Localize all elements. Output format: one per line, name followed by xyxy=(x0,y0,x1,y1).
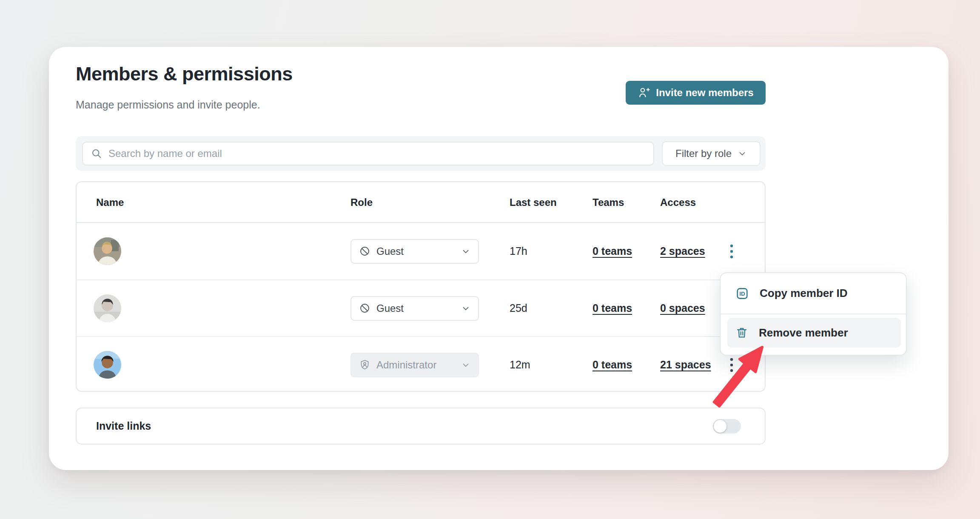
remove-member-menu-item[interactable]: Remove member xyxy=(727,318,901,348)
role-cell: Guest xyxy=(350,223,479,279)
filter-button-label: Filter by role xyxy=(675,148,732,160)
column-header-last-seen: Last seen xyxy=(510,182,557,223)
role-cell: Guest xyxy=(350,280,479,336)
invite-button-label: Invite new members xyxy=(656,87,753,99)
invite-links-section: Invite links xyxy=(76,408,766,445)
kebab-menu-icon xyxy=(729,243,734,260)
access-link[interactable]: 2 spaces xyxy=(660,245,705,257)
teams-link[interactable]: 0 teams xyxy=(593,245,632,257)
access-link[interactable]: 0 spaces xyxy=(660,302,705,314)
toolbar: Filter by role xyxy=(76,136,766,171)
teams-link[interactable]: 0 teams xyxy=(593,359,632,371)
row-menu-button[interactable] xyxy=(722,223,741,279)
role-dropdown[interactable]: Guest xyxy=(350,239,479,264)
trash-icon xyxy=(735,326,749,339)
invite-links-toggle[interactable] xyxy=(713,419,741,433)
chevron-down-icon xyxy=(461,247,470,256)
page-title: Members & permissions xyxy=(76,63,293,85)
role-cell: Administrator xyxy=(350,337,479,393)
chevron-down-icon xyxy=(461,360,470,370)
access-link[interactable]: 21 spaces xyxy=(660,359,711,371)
column-header-teams: Teams xyxy=(593,182,624,223)
member-avatar-cell xyxy=(94,337,121,393)
person-add-icon xyxy=(638,86,650,99)
role-dropdown[interactable]: Guest xyxy=(350,296,479,321)
role-label: Guest xyxy=(376,302,455,314)
invite-links-label: Invite links xyxy=(96,408,151,444)
svg-text:ID: ID xyxy=(739,291,745,297)
kebab-menu-icon xyxy=(729,356,734,374)
last-seen-value: 17h xyxy=(510,223,527,279)
last-seen-value: 12m xyxy=(510,337,530,393)
chevron-down-icon xyxy=(738,149,747,158)
table-header-row: Name Role Last seen Teams Access xyxy=(77,182,765,223)
table-row: Administrator 12m 0 teams 21 spaces xyxy=(77,336,765,393)
column-header-name: Name xyxy=(96,182,124,223)
menu-divider xyxy=(721,314,906,314)
id-badge-icon: ID xyxy=(735,286,749,301)
chevron-down-icon xyxy=(461,304,470,313)
teams-link[interactable]: 0 teams xyxy=(593,302,632,314)
column-header-access: Access xyxy=(660,182,696,223)
search-box xyxy=(82,142,654,165)
last-seen-value: 25d xyxy=(510,280,527,336)
menu-item-label: Remove member xyxy=(759,326,848,339)
menu-item-label: Copy member ID xyxy=(760,287,848,300)
table-row: Guest 17h 0 teams 2 spaces xyxy=(77,223,765,279)
member-avatar-cell xyxy=(94,280,121,336)
filter-by-role-button[interactable]: Filter by role xyxy=(662,141,761,166)
avatar xyxy=(94,351,121,379)
search-icon xyxy=(91,148,103,160)
avatar xyxy=(94,237,121,265)
member-avatar-cell xyxy=(94,223,121,279)
toggle-knob xyxy=(714,420,726,433)
page-subtitle: Manage permissions and invite people. xyxy=(76,99,260,111)
blocked-circle-icon xyxy=(359,245,370,257)
role-dropdown[interactable]: Administrator xyxy=(350,353,479,377)
avatar xyxy=(94,294,121,322)
search-input[interactable] xyxy=(108,148,646,160)
shield-person-icon xyxy=(359,359,370,371)
members-table: Name Role Last seen Teams Access xyxy=(76,181,766,392)
column-header-role: Role xyxy=(350,182,373,223)
invite-new-members-button[interactable]: Invite new members xyxy=(626,81,766,105)
table-row: Guest 25d 0 teams 0 spaces xyxy=(77,279,765,336)
members-permissions-card: Members & permissions Manage permissions… xyxy=(49,47,949,470)
copy-member-id-menu-item[interactable]: ID Copy member ID xyxy=(721,273,906,314)
role-label: Administrator xyxy=(376,359,455,371)
role-label: Guest xyxy=(376,245,455,257)
blocked-circle-icon xyxy=(359,302,370,314)
row-context-menu: ID Copy member ID Remove member xyxy=(720,272,907,356)
